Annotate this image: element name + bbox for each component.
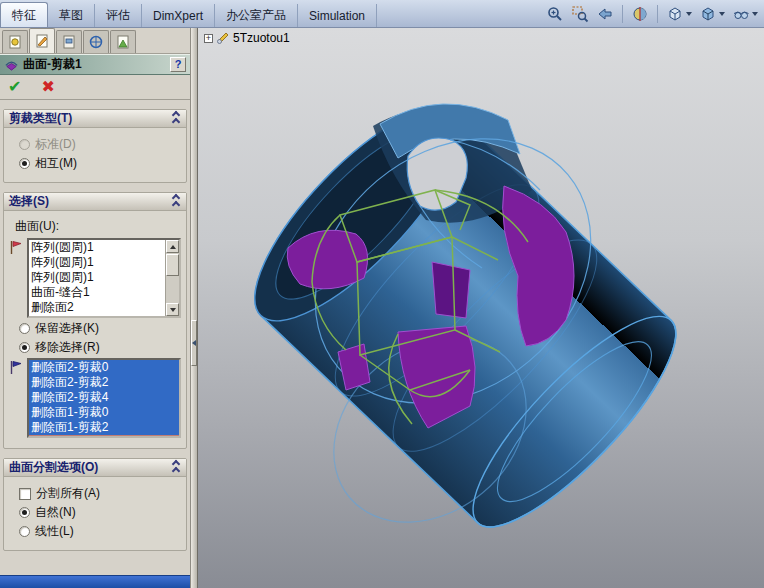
model-3d-rendering xyxy=(198,28,764,588)
pm-tab-dimxpert[interactable] xyxy=(83,30,109,53)
radio-natural[interactable]: 自然(N) xyxy=(19,504,181,521)
radio-remove-selections[interactable]: 移除选择(R) xyxy=(19,339,181,356)
panel-collapse-button[interactable] xyxy=(191,320,197,366)
scrollbar-thumb[interactable] xyxy=(166,254,179,276)
display-tab-icon xyxy=(115,34,131,50)
list-item-selected[interactable]: 删除面1-剪裁0 xyxy=(29,405,179,420)
tab-simulation[interactable]: Simulation xyxy=(298,4,377,27)
checkbox-split-all[interactable]: 分割所有(A) xyxy=(19,485,181,502)
radio-standard[interactable]: 标准(D) xyxy=(19,136,181,153)
list-item[interactable]: 曲面-缝合1 xyxy=(29,285,165,300)
collapse-chevron-icon[interactable] xyxy=(173,195,181,208)
radio-keep-selections[interactable]: 保留选择(K) xyxy=(19,320,181,337)
radio-label: 标准(D) xyxy=(35,136,76,153)
radio-linear[interactable]: 线性(L) xyxy=(19,523,181,540)
radio-circle-icon xyxy=(19,158,30,169)
list-item-selected[interactable]: 删除面2-剪裁2 xyxy=(29,375,179,390)
tree-expand-icon[interactable]: + xyxy=(204,34,213,43)
previous-view-button[interactable] xyxy=(594,3,616,25)
listbox-scrollbar[interactable] xyxy=(165,240,179,316)
panel-splitter[interactable] xyxy=(190,28,198,588)
tab-features[interactable]: 特征 xyxy=(0,2,48,27)
property-tab-icon xyxy=(7,34,23,50)
radio-label: 移除选择(R) xyxy=(35,339,100,356)
section-view-button[interactable] xyxy=(629,3,651,25)
remove-pieces-flag-icon xyxy=(9,358,24,378)
list-item[interactable]: 删除面2 xyxy=(29,300,165,315)
pm-tab-configuration[interactable] xyxy=(56,30,82,53)
radio-circle-icon xyxy=(19,139,30,150)
scroll-up-icon[interactable] xyxy=(166,240,179,253)
tree-root-label: 5Tzuotou1 xyxy=(233,31,290,45)
panel-title: 曲面-剪裁1 xyxy=(23,56,82,73)
dropdown-arrow-icon[interactable] xyxy=(752,12,758,16)
solidworks-window: 特征 草图 评估 DimXpert 办公室产品 Simulation xyxy=(0,0,764,588)
zoom-to-area-icon xyxy=(571,5,589,23)
group-split-options-header[interactable]: 曲面分割选项(O) xyxy=(4,459,186,477)
radio-circle-icon xyxy=(19,526,30,537)
list-item-selected[interactable]: 删除面1-剪裁2 xyxy=(29,420,179,435)
graphics-viewport[interactable]: + 5Tzuotou1 xyxy=(198,28,764,588)
collapse-chevron-icon[interactable] xyxy=(173,112,181,125)
view-orientation-button[interactable] xyxy=(664,3,694,25)
pm-tab-display[interactable] xyxy=(110,30,136,53)
group-header-label: 曲面分割选项(O) xyxy=(9,459,98,476)
heads-up-view-toolbar xyxy=(544,2,760,26)
group-selection-header[interactable]: 选择(S) xyxy=(4,193,186,211)
dropdown-arrow-icon[interactable] xyxy=(686,12,692,16)
display-style-icon xyxy=(699,5,717,23)
toolbar-separator xyxy=(622,5,623,23)
list-item[interactable]: 阵列(圆周)1 xyxy=(29,240,165,255)
toolbar-separator xyxy=(657,5,658,23)
dropdown-arrow-icon[interactable] xyxy=(719,12,725,16)
pm-tab-property[interactable] xyxy=(2,30,28,53)
group-trim-type-body: 标准(D) 相互(M) xyxy=(4,128,186,182)
feature-tree-root[interactable]: + 5Tzuotou1 xyxy=(204,31,290,45)
radio-mutual[interactable]: 相互(M) xyxy=(19,155,181,172)
configuration-tab-icon xyxy=(61,34,77,50)
scroll-down-icon[interactable] xyxy=(166,303,179,316)
trim-tool-flag-icon xyxy=(9,238,24,258)
zoom-to-area-button[interactable] xyxy=(569,3,591,25)
radio-label: 相互(M) xyxy=(35,155,77,172)
command-manager-tabs-bar: 特征 草图 评估 DimXpert 办公室产品 Simulation xyxy=(0,0,764,28)
hide-show-items-icon xyxy=(732,5,750,23)
group-trim-type-header[interactable]: 剪裁类型(T) xyxy=(4,110,186,128)
tab-office-products[interactable]: 办公室产品 xyxy=(215,4,298,27)
pm-tab-features[interactable] xyxy=(29,28,55,53)
list-item[interactable]: 阵列(圆周)1 xyxy=(29,270,165,285)
group-header-label: 剪裁类型(T) xyxy=(9,110,72,127)
checkbox-label: 分割所有(A) xyxy=(36,485,100,502)
surfaces-label: 曲面(U): xyxy=(15,218,181,235)
features-tab-icon xyxy=(34,33,50,49)
pieces-listbox[interactable]: 删除面2-剪裁0 删除面2-剪裁2 删除面2-剪裁4 删除面1-剪裁0 删除面1… xyxy=(27,358,181,438)
tab-evaluate[interactable]: 评估 xyxy=(95,4,142,27)
list-item-selected[interactable]: 删除面2-剪裁4 xyxy=(29,390,179,405)
zoom-to-fit-icon xyxy=(546,5,564,23)
list-item[interactable]: 阵列(圆周)1 xyxy=(29,255,165,270)
radio-label: 自然(N) xyxy=(35,504,76,521)
radio-circle-icon xyxy=(19,323,30,334)
list-item-selected[interactable]: 删除面2-剪裁0 xyxy=(29,360,179,375)
part-icon xyxy=(216,31,230,45)
group-trim-type: 剪裁类型(T) 标准(D) 相互(M) xyxy=(3,109,187,183)
hide-show-items-button[interactable] xyxy=(730,3,760,25)
zoom-to-fit-button[interactable] xyxy=(544,3,566,25)
group-split-options: 曲面分割选项(O) 分割所有(A) 自然(N) 线性(L) xyxy=(3,458,187,551)
display-style-button[interactable] xyxy=(697,3,727,25)
group-split-options-body: 分割所有(A) 自然(N) 线性(L) xyxy=(4,477,186,550)
radio-label: 线性(L) xyxy=(35,523,74,540)
cancel-button[interactable]: ✖ xyxy=(41,79,54,95)
tab-sketch[interactable]: 草图 xyxy=(48,4,95,27)
section-view-icon xyxy=(631,5,649,23)
view-orientation-icon xyxy=(666,5,684,23)
radio-circle-icon xyxy=(19,507,30,518)
surfaces-listbox[interactable]: 阵列(圆周)1 阵列(圆周)1 阵列(圆周)1 曲面-缝合1 删除面2 xyxy=(27,238,181,318)
surfaces-list-row: 阵列(圆周)1 阵列(圆周)1 阵列(圆周)1 曲面-缝合1 删除面2 xyxy=(9,238,181,318)
collapse-chevron-icon[interactable] xyxy=(173,461,181,474)
help-button[interactable]: ? xyxy=(170,57,186,72)
ok-button[interactable]: ✔ xyxy=(8,79,21,95)
tab-dimxpert[interactable]: DimXpert xyxy=(142,4,215,27)
group-selection-body: 曲面(U): 阵列(圆周)1 阵列(圆周)1 阵列(圆周)1 曲面-缝合1 删除… xyxy=(4,211,186,448)
property-manager-panel: 曲面-剪裁1 ? ✔ ✖ 剪裁类型(T) 标准(D) 相互(M) xyxy=(0,28,190,575)
